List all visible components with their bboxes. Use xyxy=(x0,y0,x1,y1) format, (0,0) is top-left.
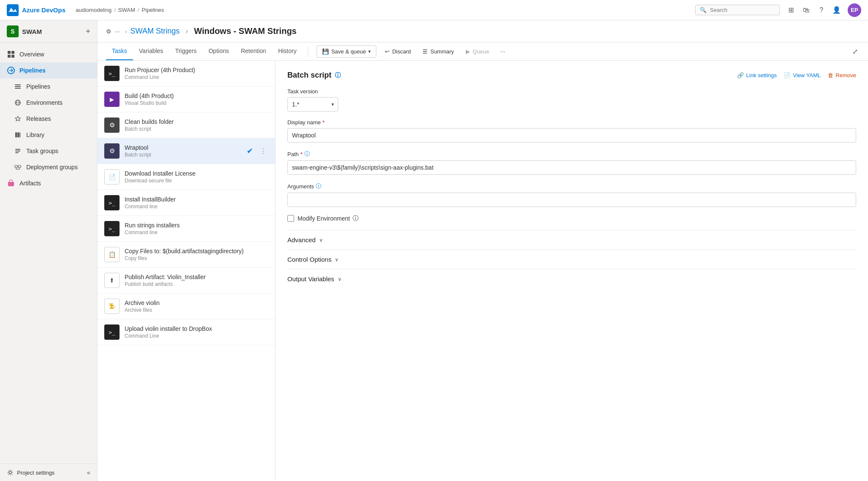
detail-panel: Batch script ⓘ 🔗 Link settings 📄 View YA… xyxy=(275,61,868,481)
queue-label: Queue xyxy=(473,48,489,55)
tab-group: Tasks Variables Triggers Options Retenti… xyxy=(106,42,303,60)
sidebar-item-pipelines2[interactable]: Pipelines xyxy=(0,78,97,95)
task-icon-archive: 🗜 xyxy=(104,299,120,314)
task-item[interactable]: >_ Run strings installers Command line xyxy=(97,216,275,242)
path-info-icon[interactable]: ⓘ xyxy=(304,150,310,158)
task-item[interactable]: 📋 Copy Files to: $(build.artifactstaging… xyxy=(97,242,275,268)
output-variables-section-header[interactable]: Output Variables ∨ xyxy=(287,269,856,288)
tab-variables[interactable]: Variables xyxy=(133,42,169,60)
toolbar-more-button[interactable]: ··· xyxy=(498,45,508,57)
modify-env-label[interactable]: Modify Environment ⓘ xyxy=(298,215,359,222)
svg-rect-17 xyxy=(15,152,19,153)
arguments-info-icon[interactable]: ⓘ xyxy=(316,182,321,190)
modify-env-checkbox-group: Modify Environment ⓘ xyxy=(287,215,856,222)
summary-button[interactable]: ☰ Summary xyxy=(419,46,457,57)
display-name-label: Display name * xyxy=(287,119,856,126)
task-item[interactable]: ⬆ Publish Artifact: Violin_Installer Pub… xyxy=(97,268,275,294)
project-settings-button[interactable]: Project settings xyxy=(7,469,55,476)
sidebar-header: S SWAM + xyxy=(0,20,97,43)
tab-triggers[interactable]: Triggers xyxy=(169,42,203,60)
advanced-section-header[interactable]: Advanced ∨ xyxy=(287,230,856,249)
task-icon-file: 📄 xyxy=(104,169,120,185)
task-item[interactable]: 📄 Download Installer License Download se… xyxy=(97,164,275,190)
search-box[interactable]: 🔍 xyxy=(695,5,780,15)
task-icon-cmd3: >_ xyxy=(104,324,120,340)
link-settings-button[interactable]: 🔗 Link settings xyxy=(737,72,777,78)
page-header: ⚙ ··· › SWAM Strings › Windows - SWAM St… xyxy=(97,20,868,42)
save-icon: 💾 xyxy=(322,48,329,55)
task-item[interactable]: >_ Upload violin installer to DropBox Co… xyxy=(97,319,275,345)
sidebar-item-taskgroups[interactable]: Task groups xyxy=(0,143,97,159)
output-variables-label: Output Variables xyxy=(287,275,334,282)
sidebar-item-artifacts[interactable]: Artifacts xyxy=(0,175,97,191)
task-icon-cmd: >_ xyxy=(104,195,120,210)
avatar[interactable]: EP xyxy=(848,3,861,17)
breadcrumb-part3[interactable]: Pipelines xyxy=(142,7,164,13)
sidebar-item-environments[interactable]: Environments xyxy=(0,95,97,111)
modify-env-info-icon[interactable]: ⓘ xyxy=(353,215,359,222)
svg-rect-15 xyxy=(15,149,20,150)
top-nav: Azure DevOps audiomodeling / SWAM / Pipe… xyxy=(0,0,868,20)
control-options-section-header[interactable]: Control Options ∨ xyxy=(287,249,856,269)
queue-button[interactable]: ▶ Queue xyxy=(462,46,492,57)
sidebar-item-releases[interactable]: Releases xyxy=(0,111,97,127)
task-item[interactable]: 🗜 Archive violin Archive files xyxy=(97,294,275,319)
grid-icon[interactable]: ⊞ xyxy=(787,6,795,14)
breadcrumb-sep2: / xyxy=(138,7,139,13)
pipeline-breadcrumb-link[interactable]: SWAM Strings xyxy=(130,27,179,36)
svg-rect-3 xyxy=(8,55,11,58)
sidebar-item-overview-label: Overview xyxy=(19,51,44,58)
task-item[interactable]: >_ Install InstallBuilder Command line xyxy=(97,190,275,216)
page-title: Windows - SWAM Strings xyxy=(194,26,297,36)
task-more-button[interactable]: ⋮ xyxy=(258,146,268,156)
task-icon-copy: 📋 xyxy=(104,247,120,262)
sidebar-item-overview[interactable]: Overview xyxy=(0,46,97,62)
modify-env-checkbox[interactable] xyxy=(287,215,294,222)
breadcrumb-part1[interactable]: audiomodeling xyxy=(76,7,112,13)
search-input[interactable] xyxy=(710,7,775,13)
task-name: Upload violin installer to DropBox xyxy=(125,325,268,332)
tab-tasks[interactable]: Tasks xyxy=(106,42,133,60)
discard-button[interactable]: ↩ Discard xyxy=(381,46,414,57)
collapse-sidebar-button[interactable]: « xyxy=(87,469,90,476)
logo-area[interactable]: Azure DevOps xyxy=(7,4,66,16)
arguments-input[interactable] xyxy=(287,193,856,207)
queue-play-icon: ▶ xyxy=(466,48,470,55)
user-icon[interactable]: 👤 xyxy=(832,6,841,14)
tab-options[interactable]: Options xyxy=(203,42,235,60)
breadcrumb-more-button[interactable]: ··· xyxy=(115,28,120,35)
releases-icon xyxy=(14,115,22,123)
discard-label: Discard xyxy=(392,48,411,55)
svg-rect-23 xyxy=(8,182,14,186)
tab-retention[interactable]: Retention xyxy=(235,42,272,60)
view-yaml-button[interactable]: 📄 View YAML xyxy=(784,72,821,78)
task-item-selected[interactable]: ⚙ Wraptool Batch script ✔ ⋮ xyxy=(97,138,275,164)
task-item[interactable]: ▶ Build (4th Product) Visual Studio buil… xyxy=(97,87,275,112)
display-name-input[interactable] xyxy=(287,128,856,143)
shopping-bag-icon[interactable]: 🛍 xyxy=(802,6,810,14)
task-item[interactable]: >_ Run Projucer (4th Product) Command Li… xyxy=(97,61,275,87)
save-queue-button[interactable]: 💾 Save & queue ▾ xyxy=(317,45,377,58)
sidebar-footer: Project settings « xyxy=(0,464,97,481)
task-version-select[interactable]: 1.* 2.* xyxy=(287,97,338,112)
add-project-button[interactable]: + xyxy=(86,27,90,36)
expand-button[interactable]: ⤢ xyxy=(851,46,860,57)
sidebar: S SWAM + Overview Pipelines P xyxy=(0,20,97,481)
task-subtitle: Visual Studio build xyxy=(125,100,268,106)
sidebar-item-library[interactable]: Library xyxy=(0,127,97,143)
path-input[interactable] xyxy=(287,160,856,175)
breadcrumb-part2[interactable]: SWAM xyxy=(118,7,135,13)
sidebar-item-pipelines[interactable]: Pipelines xyxy=(0,62,97,78)
display-name-label-text: Display name xyxy=(287,119,321,126)
task-name: Build (4th Product) xyxy=(125,92,268,99)
help-icon[interactable]: ? xyxy=(817,6,826,14)
project-settings-label: Project settings xyxy=(17,470,55,476)
output-variables-chevron-icon: ∨ xyxy=(338,276,342,282)
batch-script-info-icon[interactable]: ⓘ xyxy=(335,72,341,79)
remove-button[interactable]: 🗑 Remove xyxy=(828,72,856,78)
search-icon: 🔍 xyxy=(700,7,707,13)
task-item[interactable]: ⚙ Clean builds folder Batch script xyxy=(97,112,275,138)
tab-history[interactable]: History xyxy=(272,42,303,60)
sidebar-item-deploymentgroups[interactable]: Deployment groups xyxy=(0,159,97,175)
task-icon-command: >_ xyxy=(104,66,120,81)
